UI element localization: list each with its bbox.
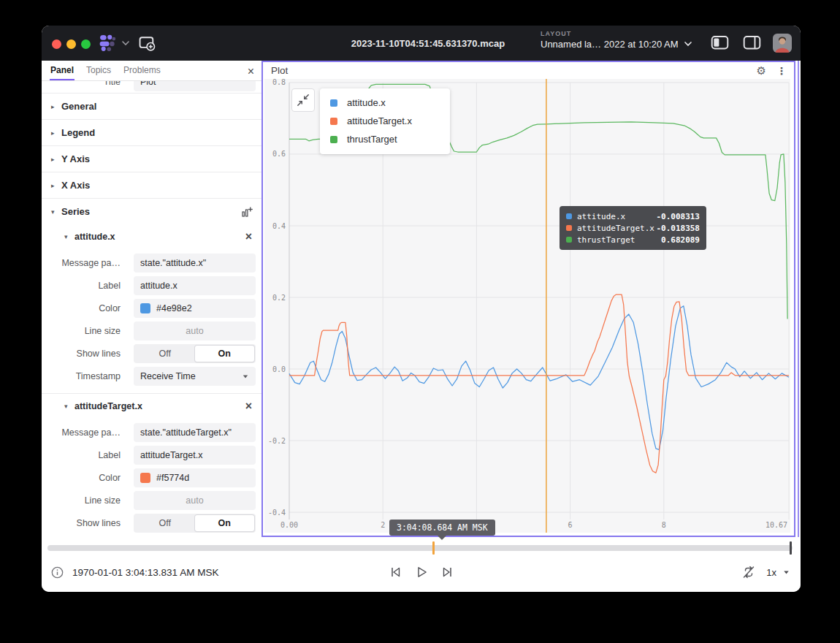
seek-backward-button[interactable] [388, 565, 402, 579]
svg-text:6: 6 [568, 521, 573, 529]
chevron-right-icon: ▸ [51, 182, 61, 189]
show-lines-off-option[interactable]: Off [135, 346, 195, 362]
plot-legend: attitude.x attitudeTarget.x thrustTarget [320, 88, 450, 154]
svg-text:8: 8 [662, 521, 666, 529]
label-input[interactable]: attitude.x [134, 276, 256, 295]
message-path-row: Message pa… state."attitude.x" [42, 251, 261, 274]
svg-text:-0.4: -0.4 [268, 509, 286, 517]
seek-forward-button[interactable] [440, 565, 455, 579]
series-editor-attitude-x-header[interactable]: ▾ attitude.x × [42, 224, 261, 248]
close-sidebar-icon[interactable]: × [248, 66, 254, 77]
svg-text:0.2: 0.2 [272, 294, 286, 302]
svg-text:0.0: 0.0 [272, 365, 286, 373]
legend-item-attitude-target-x[interactable]: attitudeTarget.x [320, 112, 450, 130]
minimize-window-button[interactable] [66, 39, 76, 49]
color-input[interactable]: #f5774d [134, 468, 256, 487]
chevron-down-icon: ▾ [64, 233, 75, 240]
tooltip-row: attitudeTarget.x -0.018358 [566, 222, 700, 234]
series-color-swatch [566, 225, 572, 231]
legend-item-attitude-x[interactable]: attitude.x [320, 94, 450, 112]
color-row: Color #4e98e2 [42, 297, 261, 319]
svg-text:-0.2: -0.2 [268, 437, 286, 445]
show-lines-on-option[interactable]: On [195, 515, 255, 531]
show-lines-toggle: Off On [134, 344, 256, 363]
color-input[interactable]: #4e98e2 [134, 299, 256, 318]
series-color-swatch [330, 118, 337, 125]
scrubber-hover-tooltip: 3:04:08.684 AM MSK [389, 520, 495, 536]
show-lines-row: Show lines Off On [42, 342, 261, 365]
panel-menu-kebab-icon[interactable]: ⋮ [776, 65, 787, 77]
collapse-legend-button[interactable] [291, 88, 315, 112]
timestamp-select[interactable]: Receive Time [134, 367, 256, 386]
layout-name: Unnamed la… 2022 at 10:20 AM [541, 39, 679, 50]
tab-panel[interactable]: Panel [50, 65, 75, 80]
message-path-input[interactable]: state."attitude.x" [134, 254, 256, 273]
user-avatar[interactable] [773, 34, 792, 53]
title-field-label: Title [42, 81, 128, 87]
section-legend[interactable]: ▸ Legend [42, 119, 261, 145]
section-general[interactable]: ▸ General [42, 93, 261, 119]
line-size-row: Line size auto [42, 489, 261, 511]
plot-panel: Plot ⚙ ⋮ 0.80.60.40.20.0-0.2-0.40.002468… [261, 61, 795, 537]
close-window-button[interactable] [52, 39, 61, 49]
transport-controls [388, 565, 455, 579]
title-field-row-clipped: Title Plot [42, 81, 261, 93]
toggle-right-sidebar-icon[interactable] [743, 34, 761, 52]
series-editor-attitude-target-x-header[interactable]: ▾ attitudeTarget.x × [42, 394, 261, 418]
color-swatch[interactable] [140, 303, 150, 313]
series-color-swatch [330, 136, 337, 143]
document-title: 2023-11-10T04:51:45.631370.mcap [351, 26, 505, 61]
add-series-icon[interactable] [241, 206, 253, 218]
svg-text:0.00: 0.00 [280, 521, 298, 529]
tab-problems[interactable]: Problems [123, 65, 161, 80]
panel-settings-gear-icon[interactable]: ⚙ [757, 64, 766, 77]
message-path-input[interactable]: state."attitudeTarget.x" [134, 423, 256, 442]
line-size-input[interactable]: auto [134, 491, 256, 510]
chevron-right-icon: ▸ [51, 156, 61, 163]
play-button[interactable] [414, 565, 429, 579]
title-field-input[interactable]: Plot [134, 81, 256, 91]
sidebar-tabs: Panel Topics Problems × [42, 61, 261, 81]
line-size-input[interactable]: auto [134, 322, 256, 340]
color-swatch[interactable] [140, 473, 150, 483]
timeline-scrubber[interactable] [47, 545, 793, 551]
add-window-icon[interactable] [137, 34, 156, 53]
tab-topics[interactable]: Topics [85, 65, 112, 80]
legend-item-thrust-target[interactable]: thrustTarget [320, 130, 450, 148]
playback-speed-value: 1x [766, 567, 776, 578]
plot-panel-header: Plot ⚙ ⋮ [263, 62, 794, 79]
playhead-marker[interactable] [432, 541, 435, 555]
tooltip-row: attitude.x -0.008313 [566, 210, 700, 222]
show-lines-off-option[interactable]: Off [135, 515, 195, 531]
label-row: Label attitude.x [42, 274, 261, 297]
line-size-row: Line size auto [42, 319, 261, 342]
section-x-axis[interactable]: ▸ X Axis [42, 172, 261, 198]
label-input[interactable]: attitudeTarget.x [134, 446, 256, 465]
remove-series-icon[interactable]: × [245, 232, 252, 242]
show-lines-on-option[interactable]: On [195, 346, 255, 362]
plot-chart-area[interactable]: 0.80.60.40.20.0-0.2-0.40.00246810.67 att… [264, 79, 790, 533]
svg-text:0.6: 0.6 [272, 150, 286, 158]
section-y-axis[interactable]: ▸ Y Axis [42, 145, 261, 172]
chevron-down-icon [242, 373, 249, 379]
remove-series-icon[interactable]: × [245, 401, 252, 411]
tooltip-row: thrustTarget 0.682089 [566, 234, 700, 246]
playback-speed-selector[interactable]: 1x [766, 567, 790, 578]
playback-bar: 1970-01-01 3:04:13.831 AM MSK [42, 537, 801, 592]
app-menu-chevron-down-icon[interactable] [121, 39, 130, 47]
section-series[interactable]: ▾ Series [42, 198, 261, 224]
timestamp-row: Timestamp Receive Time [42, 365, 261, 387]
series-color-swatch [566, 213, 572, 219]
loop-disabled-icon[interactable] [741, 565, 756, 579]
foxglove-logo-icon[interactable] [97, 33, 118, 53]
toggle-left-sidebar-icon[interactable] [711, 34, 729, 52]
show-lines-toggle: Off On [134, 514, 256, 533]
zoom-window-button[interactable] [81, 39, 91, 49]
series-color-swatch [566, 237, 572, 243]
series-color-swatch [330, 99, 337, 107]
playback-info-icon[interactable] [51, 566, 64, 579]
layout-selector[interactable]: LAYOUT Unnamed la… 2022 at 10:20 AM [541, 30, 679, 58]
panel-group-edge [798, 61, 799, 537]
layout-chevron-down-icon[interactable] [683, 40, 693, 47]
app-window: 2023-11-10T04:51:45.631370.mcap LAYOUT U… [42, 26, 801, 592]
